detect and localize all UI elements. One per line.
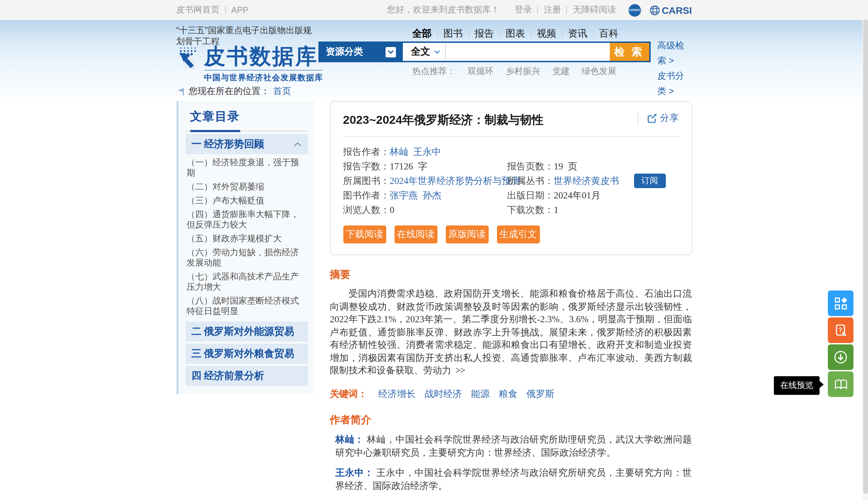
series-link[interactable]: 世界经济黄皮书 bbox=[554, 174, 619, 188]
logo-icon bbox=[178, 46, 199, 71]
hot-recommend-row: 热点推荐： 双循环 乡村振兴 党建 绿色发展 bbox=[412, 66, 616, 77]
toc-item[interactable]: （五）财政赤字规模扩大 bbox=[187, 234, 306, 244]
open-book-icon bbox=[833, 377, 848, 391]
author-name[interactable]: 林屾： bbox=[335, 434, 364, 444]
meta-label: 所属图书： bbox=[343, 174, 390, 188]
share-icon bbox=[646, 113, 657, 124]
hot-link[interactable]: 双循环 bbox=[468, 66, 494, 76]
accessibility-link[interactable]: 无障碍阅读 bbox=[573, 4, 616, 16]
keyword-link[interactable]: 能源 bbox=[471, 388, 490, 400]
site-slogan: “十三五”国家重点电子出版物出版规划骨干工程 bbox=[176, 25, 319, 47]
share-button[interactable]: 分享 bbox=[637, 112, 679, 124]
abstract-body: 受国内消费需求趋稳、政府国防开支增长、能源和粮食价格居于高位、石油出口流向调整较… bbox=[330, 288, 692, 376]
parent-book-link[interactable]: 2024年世界经济形势分析与预测 bbox=[390, 174, 521, 188]
tab-wiki[interactable]: 百科 bbox=[599, 28, 618, 40]
meta-label: 报告页数： bbox=[507, 159, 554, 174]
search-scope-value: 全文 bbox=[411, 46, 430, 58]
question-doc-icon: ? bbox=[834, 323, 848, 337]
report-author-link[interactable]: 王永中 bbox=[413, 145, 441, 159]
ckrsc-badge-icon[interactable]: CKRSC bbox=[629, 4, 641, 16]
toc-section-2[interactable]: 二 俄罗斯对外能源贸易 bbox=[185, 322, 308, 342]
login-link[interactable]: 登录 bbox=[515, 4, 532, 16]
online-preview-tooltip: 在线预览 bbox=[774, 376, 820, 395]
chevron-down-icon bbox=[385, 47, 396, 57]
toc-item[interactable]: （七）武器和高技术产品生产压力增大 bbox=[187, 272, 306, 293]
tooltip-arrow bbox=[820, 381, 824, 388]
download-read-button[interactable]: 下载阅读 bbox=[343, 225, 386, 243]
carsi-logo[interactable]: CARSI bbox=[649, 4, 692, 16]
search-input[interactable] bbox=[445, 43, 609, 61]
toc-item[interactable]: （四）通货膨胀率大幅下降，但反弹压力较大 bbox=[187, 210, 306, 230]
toc-section-4[interactable]: 四 经济前景分析 bbox=[185, 366, 308, 386]
search-scope-select[interactable]: 全文 bbox=[403, 43, 445, 61]
meta-label: 报告作者： bbox=[343, 145, 390, 159]
meta-label: 图书作者： bbox=[343, 188, 390, 203]
hot-link[interactable]: 绿色发展 bbox=[582, 66, 616, 76]
site-logo[interactable]: 皮书数据库 中国与世界经济社会发展数据库 bbox=[178, 46, 323, 83]
keyword-link[interactable]: 经济增长 bbox=[378, 388, 416, 400]
tab-news[interactable]: 资讯 bbox=[568, 28, 587, 40]
toc-title: 文章目录 bbox=[190, 109, 308, 124]
scrollbar-track[interactable] bbox=[862, 0, 868, 500]
download-button[interactable] bbox=[828, 344, 853, 370]
tab-reports[interactable]: 报告 bbox=[474, 28, 494, 40]
book-author-link[interactable]: 孙杰 bbox=[423, 188, 441, 203]
report-content: 2023~2024年俄罗斯经济：制裁与韧性 分享 报告作者 bbox=[330, 101, 692, 500]
meta-label: 出版日期： bbox=[507, 188, 554, 203]
meta-label: 下载次数： bbox=[507, 203, 554, 217]
abstract-text: 受国内消费需求趋稳、政府国防开支增长、能源和粮食价格居于高位、石油出口流向调整较… bbox=[330, 288, 692, 377]
hot-label: 热点推荐： bbox=[412, 66, 455, 76]
toc-section-3[interactable]: 三 俄罗斯对外粮食贸易 bbox=[185, 344, 308, 364]
page-count: 19 bbox=[554, 159, 563, 174]
chevron-up-icon bbox=[293, 142, 301, 146]
resource-category-dropdown[interactable]: 资源分类 bbox=[318, 41, 401, 62]
word-count: 17126 bbox=[390, 159, 413, 174]
book-author-link[interactable]: 张宇燕 bbox=[390, 188, 418, 203]
generate-citation-button[interactable]: 生成引文 bbox=[497, 225, 540, 243]
breadcrumb-home-link[interactable]: 首页 bbox=[273, 85, 291, 98]
tab-books[interactable]: 图书 bbox=[443, 28, 463, 40]
advanced-search-link[interactable]: 高级检索 > bbox=[657, 38, 692, 68]
online-preview-button[interactable] bbox=[828, 371, 853, 397]
author-name[interactable]: 王永中： bbox=[335, 467, 374, 478]
author-bio: 王永中：王永中，中国社会科学院世界经济与政治研究所研究员，主要研究方向：世界经济… bbox=[330, 466, 692, 493]
feedback-button[interactable]: ? bbox=[828, 317, 853, 343]
toc-section-1[interactable]: 一 经济形势回顾 bbox=[185, 134, 308, 154]
report-author-link[interactable]: 林屾 bbox=[390, 145, 408, 159]
divider bbox=[468, 30, 469, 38]
toc-item[interactable]: （三）卢布大幅贬值 bbox=[187, 196, 306, 206]
keyword-link[interactable]: 战时经济 bbox=[425, 388, 462, 400]
online-read-button[interactable]: 在线阅读 bbox=[394, 225, 437, 243]
search-button[interactable]: 检 索 bbox=[609, 43, 649, 61]
report-title: 2023~2024年俄罗斯经济：制裁与韧性 bbox=[343, 112, 630, 129]
scrollbar-thumb[interactable] bbox=[863, 19, 868, 494]
tab-charts[interactable]: 图表 bbox=[506, 28, 525, 40]
divider bbox=[562, 30, 562, 38]
word-unit: 字 bbox=[418, 159, 427, 174]
hot-link[interactable]: 党建 bbox=[552, 66, 570, 76]
toc-item[interactable]: （二）对外贸易萎缩 bbox=[187, 182, 306, 192]
toc-section-label: 三 俄罗斯对外粮食贸易 bbox=[191, 347, 294, 360]
toc-item[interactable]: （八）战时国家垄断经济模式特征日益明显 bbox=[187, 296, 306, 317]
divider bbox=[593, 30, 594, 38]
original-read-button[interactable]: 原版阅读 bbox=[445, 225, 488, 243]
divider bbox=[225, 6, 226, 14]
author-bio-text: 林屾，中国社会科学院世界经济与政治研究所助理研究员，武汉大学欧洲问题研究中心兼职… bbox=[335, 434, 692, 458]
register-link[interactable]: 注册 bbox=[544, 4, 561, 16]
tab-videos[interactable]: 视频 bbox=[537, 28, 556, 40]
pishu-classify-link[interactable]: 皮书分类 > bbox=[657, 68, 692, 99]
hot-link[interactable]: 乡村振兴 bbox=[506, 66, 540, 76]
apps-grid-button[interactable] bbox=[828, 290, 853, 316]
keyword-link[interactable]: 俄罗斯 bbox=[526, 388, 554, 400]
pishu-home-link[interactable]: 皮书网首页 bbox=[176, 4, 219, 16]
app-link[interactable]: APP bbox=[231, 5, 248, 15]
greeting-text: 您好，欢迎来到皮书数据库！ bbox=[387, 4, 499, 16]
subscribe-button[interactable]: 订阅 bbox=[634, 174, 666, 188]
keyword-link[interactable]: 粮食 bbox=[499, 388, 517, 400]
toc-item[interactable]: （一）经济轻度衰退，强于预期 bbox=[187, 158, 306, 178]
carsi-label: CARSI bbox=[662, 4, 692, 16]
toc-item[interactable]: （六）劳动力短缺，损伤经济发展动能 bbox=[187, 248, 306, 268]
expand-abstract-link[interactable]: >> bbox=[455, 365, 465, 376]
article-toc-sidebar: 文章目录 一 经济形势回顾 （一）经济轻度衰退，强于预期 （二）对外贸易萎缩 （… bbox=[176, 101, 315, 394]
tab-all[interactable]: 全部 bbox=[412, 28, 432, 40]
